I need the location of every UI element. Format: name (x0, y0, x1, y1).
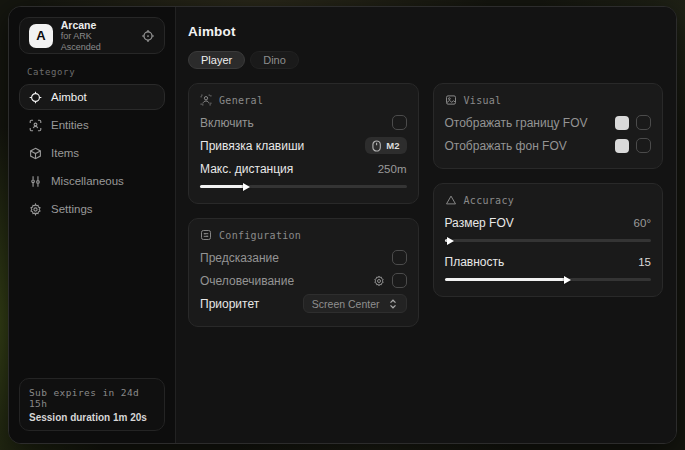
sidebar-item-aimbot[interactable]: Aimbot (19, 84, 165, 110)
card-grid: General Включить Привязка клавиши (188, 83, 663, 327)
image-icon (445, 94, 457, 106)
crosshair-icon (29, 91, 42, 104)
humanize-controls (373, 273, 407, 288)
priority-label: Приоритет (200, 297, 259, 311)
sidebar: A Arcane for ARK Ascended Category (9, 7, 176, 443)
tab-bar: Player Dino (188, 51, 663, 69)
person-target-icon (200, 94, 212, 106)
humanize-checkbox[interactable] (392, 273, 407, 288)
session-duration-text: Session duration 1m 20s (29, 412, 155, 423)
slider-thumb[interactable] (564, 276, 571, 284)
fov-background-row: Отображать фон FOV (445, 134, 652, 157)
prediction-checkbox[interactable] (392, 250, 407, 265)
smoothness-row: Плавность 15 (445, 250, 652, 273)
box-icon (29, 147, 42, 160)
smoothness-label: Плавность (445, 255, 505, 269)
fov-background-label: Отображать фон FOV (445, 139, 567, 153)
humanize-label: Очеловечивание (200, 274, 294, 288)
sub-expires-text: Sub expires in 24d 15h (29, 387, 155, 409)
triangle-icon (445, 194, 457, 206)
keybind-row: Привязка клавиши M2 (200, 134, 407, 157)
page-title: Aimbot (188, 24, 663, 39)
sidebar-item-label: Items (51, 147, 79, 159)
sidebar-item-settings[interactable]: Settings (19, 196, 165, 222)
sidebar-item-label: Miscellaneous (51, 175, 124, 187)
distance-value: 250m (378, 163, 407, 175)
app-window: A Arcane for ARK Ascended Category (8, 6, 677, 444)
chevron-up-down-icon (388, 299, 398, 309)
slider-thumb[interactable] (243, 183, 250, 191)
slider-fill (200, 185, 245, 188)
prediction-label: Предсказание (200, 251, 279, 265)
fov-border-checkbox[interactable] (636, 115, 651, 130)
fov-border-row: Отображать границу FOV (445, 111, 652, 134)
enable-row: Включить (200, 111, 407, 134)
distance-row: Макс. дистанция 250m (200, 157, 407, 180)
slider-thumb[interactable] (447, 237, 454, 245)
configuration-card: Configuration Предсказание Очеловечивани… (188, 218, 419, 327)
priority-row: Приоритет Screen Center (200, 292, 407, 315)
enable-label: Включить (200, 116, 254, 130)
fov-border-label: Отображать границу FOV (445, 116, 588, 130)
session-status-card: Sub expires in 24d 15h Session duration … (19, 378, 165, 431)
fov-size-row: Размер FOV 60° (445, 211, 652, 234)
app-logo: A (29, 24, 53, 48)
fov-background-controls (615, 138, 651, 153)
category-label: Category (27, 67, 165, 77)
configuration-card-header: Configuration (200, 229, 407, 241)
fov-background-checkbox[interactable] (636, 138, 651, 153)
main-panel: Aimbot Player Dino General (176, 7, 676, 443)
smoothness-slider[interactable] (445, 278, 652, 281)
smoothness-value: 15 (638, 256, 651, 268)
brand-card: A Arcane for ARK Ascended (19, 17, 165, 54)
target-settings-icon[interactable] (141, 29, 155, 43)
visual-card: Visual Отображать границу FOV Отображать… (433, 83, 664, 169)
mouse-icon (372, 140, 382, 152)
sidebar-item-label: Aimbot (51, 91, 87, 103)
fov-size-value: 60° (634, 217, 651, 229)
humanize-row: Очеловечивание (200, 269, 407, 292)
fov-size-slider[interactable] (445, 239, 652, 242)
left-column: General Включить Привязка клавиши (188, 83, 419, 327)
enable-checkbox[interactable] (392, 115, 407, 130)
sidebar-item-miscellaneous[interactable]: Miscellaneous (19, 168, 165, 194)
tab-player[interactable]: Player (188, 51, 245, 69)
sidebar-item-label: Entities (51, 119, 89, 131)
general-card-header: General (200, 94, 407, 106)
right-column: Visual Отображать границу FOV Отображать… (433, 83, 664, 297)
keybind-button[interactable]: M2 (365, 137, 406, 154)
card-header-label: Visual (464, 95, 502, 106)
fov-border-controls (615, 115, 651, 130)
gear-icon (29, 203, 42, 216)
distance-label: Макс. дистанция (200, 162, 293, 176)
app-subtitle: for ARK Ascended (61, 31, 133, 52)
card-header-label: Accuracy (464, 195, 515, 206)
scan-person-icon (29, 119, 42, 132)
app-name: Arcane (61, 19, 133, 31)
general-card: General Включить Привязка клавиши (188, 83, 419, 204)
card-header-label: General (219, 95, 263, 106)
slider-fill (445, 278, 567, 281)
distance-slider[interactable] (200, 185, 407, 188)
tune-icon (200, 229, 212, 241)
sidebar-item-entities[interactable]: Entities (19, 112, 165, 138)
brand-text: Arcane for ARK Ascended (61, 19, 133, 52)
fov-size-label: Размер FOV (445, 216, 514, 230)
tab-dino[interactable]: Dino (250, 51, 299, 69)
card-header-label: Configuration (219, 230, 301, 241)
priority-value: Screen Center (312, 298, 380, 310)
humanize-gear-icon[interactable] (373, 275, 385, 287)
fov-border-color-swatch[interactable] (615, 116, 629, 130)
keybind-value: M2 (386, 140, 399, 151)
sidebar-item-label: Settings (51, 203, 93, 215)
keybind-label: Привязка клавиши (200, 139, 304, 153)
sidebar-item-items[interactable]: Items (19, 140, 165, 166)
accuracy-card-header: Accuracy (445, 194, 652, 206)
prediction-row: Предсказание (200, 246, 407, 269)
visual-card-header: Visual (445, 94, 652, 106)
fov-background-color-swatch[interactable] (615, 139, 629, 153)
priority-dropdown[interactable]: Screen Center (303, 294, 407, 313)
accuracy-card: Accuracy Размер FOV 60° Плавность 15 (433, 183, 664, 297)
sliders-icon (29, 175, 42, 188)
sidebar-nav: Aimbot Entities Items (19, 84, 165, 222)
